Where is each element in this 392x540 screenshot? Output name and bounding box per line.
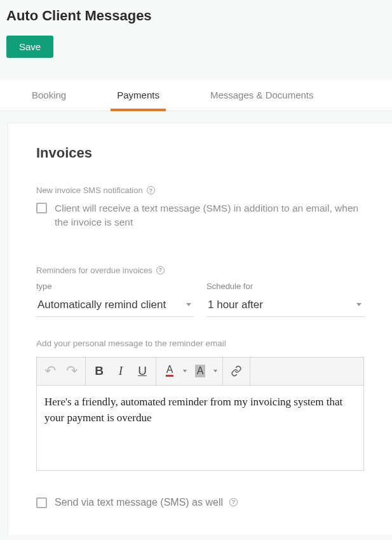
label-personal-message: Add your personal message to the reminde… bbox=[36, 339, 364, 348]
help-icon[interactable]: ? bbox=[156, 266, 165, 274]
select-schedule-for[interactable]: 1 hour after bbox=[206, 295, 364, 317]
redo-icon: ↷ bbox=[66, 363, 78, 379]
chevron-down-icon bbox=[186, 303, 191, 306]
checkbox-label-new-invoice-sms: Client will receive a text message (SMS)… bbox=[55, 201, 364, 230]
label-text: Reminders for overdue invoices bbox=[36, 266, 152, 275]
label-schedule-for: Schedule for bbox=[206, 281, 364, 291]
checkbox-label-send-sms: Send via text message (SMS) as well ? bbox=[55, 495, 238, 510]
italic-button[interactable]: I bbox=[110, 360, 132, 382]
label-new-invoice-sms: New invoice SMS notification ? bbox=[36, 186, 364, 195]
panel-invoices: Invoices New invoice SMS notification ? … bbox=[8, 123, 392, 535]
bold-button[interactable]: B bbox=[88, 360, 110, 382]
tab-payments[interactable]: Payments bbox=[111, 79, 166, 111]
tab-messages-documents[interactable]: Messages & Documents bbox=[204, 79, 320, 111]
section-title-invoices: Invoices bbox=[36, 145, 364, 161]
select-schedule-for-value: 1 hour after bbox=[208, 299, 263, 311]
text-color-dropdown[interactable] bbox=[180, 360, 189, 382]
label-text: Send via text message (SMS) as well bbox=[55, 495, 223, 510]
undo-icon: ↶ bbox=[44, 363, 56, 379]
label-reminder-type: type bbox=[36, 281, 194, 291]
label-reminders-overdue: Reminders for overdue invoices ? bbox=[36, 266, 364, 275]
text-color-icon: A bbox=[166, 365, 174, 377]
help-icon[interactable]: ? bbox=[147, 186, 155, 194]
rich-text-editor: ↶ ↷ B I U A A bbox=[36, 357, 364, 471]
bg-color-icon: A bbox=[195, 365, 206, 377]
help-icon[interactable]: ? bbox=[229, 498, 238, 506]
page-title: Auto Client Messages bbox=[6, 8, 386, 24]
editor-toolbar: ↶ ↷ B I U A A bbox=[37, 358, 363, 386]
bg-color-dropdown[interactable] bbox=[211, 360, 220, 382]
select-reminder-type[interactable]: Automatically remind client bbox=[36, 295, 194, 317]
save-button[interactable]: Save bbox=[6, 36, 53, 58]
checkbox-new-invoice-sms[interactable] bbox=[36, 203, 47, 213]
redo-button[interactable]: ↷ bbox=[61, 360, 83, 382]
tab-booking[interactable]: Booking bbox=[25, 79, 72, 111]
undo-button[interactable]: ↶ bbox=[39, 360, 61, 382]
chevron-down-icon bbox=[183, 370, 187, 372]
checkbox-send-sms[interactable] bbox=[36, 497, 47, 508]
text-color-button[interactable]: A bbox=[159, 360, 180, 382]
chevron-down-icon bbox=[356, 303, 362, 306]
editor-content[interactable]: Here's a friendly, automated reminder fr… bbox=[37, 386, 363, 470]
link-button[interactable] bbox=[226, 360, 247, 382]
tabs: Booking Payments Messages & Documents bbox=[0, 79, 392, 111]
link-icon bbox=[231, 365, 242, 377]
underline-button[interactable]: U bbox=[132, 360, 153, 382]
label-text: New invoice SMS notification bbox=[36, 186, 143, 195]
select-reminder-type-value: Automatically remind client bbox=[37, 299, 166, 311]
bg-color-button[interactable]: A bbox=[189, 360, 211, 382]
chevron-down-icon bbox=[213, 370, 217, 372]
